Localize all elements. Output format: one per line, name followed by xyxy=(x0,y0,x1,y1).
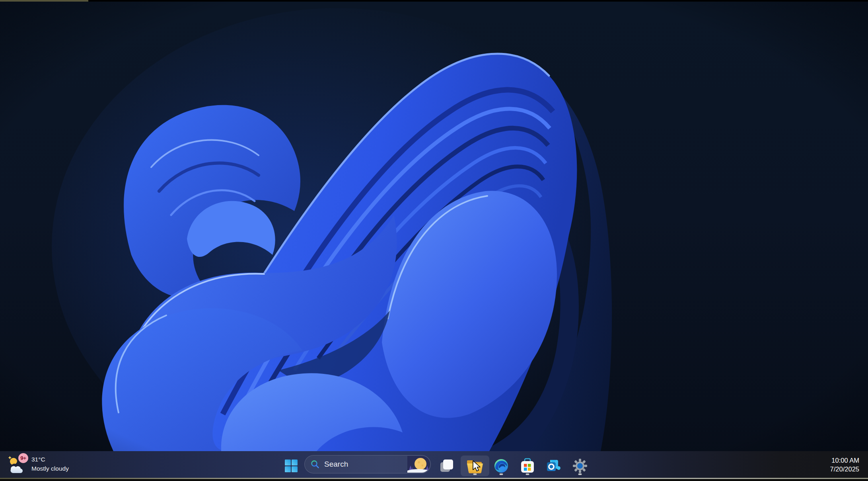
taskbar-app-file-explorer[interactable] xyxy=(461,456,489,476)
tray-time: 10:00 AM xyxy=(831,456,859,465)
weather-alert-badge: 9+ xyxy=(18,453,28,463)
tray-date: 7/20/2025 xyxy=(830,465,859,473)
outlook-icon xyxy=(545,458,561,473)
magnifier-icon xyxy=(310,459,320,469)
weather-temperature: 31°C xyxy=(31,456,45,463)
search-box[interactable]: Search xyxy=(304,455,431,473)
weather-widget-button[interactable]: 9+ 31°C Mostly cloudy xyxy=(3,453,95,477)
windows-logo-icon xyxy=(284,459,298,473)
weather-condition: Mostly cloudy xyxy=(31,465,69,472)
wallpaper-bloom-image xyxy=(0,0,868,481)
taskbar-app-outlook[interactable] xyxy=(541,456,566,476)
edge-icon xyxy=(494,458,509,473)
start-button[interactable] xyxy=(281,456,302,476)
clock-tray-button[interactable]: 10:00 AM 7/20/2025 xyxy=(818,454,859,475)
running-indicator xyxy=(473,473,477,475)
taskbar-app-task-view[interactable] xyxy=(434,456,459,476)
running-indicator xyxy=(500,473,503,475)
taskbar-app-edge[interactable] xyxy=(488,456,514,476)
desktop[interactable]: 9+ 31°C Mostly cloudy xyxy=(0,0,868,481)
top-edge-artifact xyxy=(0,0,868,2)
running-indicator xyxy=(526,473,529,475)
task-view-icon xyxy=(439,458,454,473)
mouse-cursor xyxy=(472,460,481,472)
settings-gear-icon xyxy=(572,458,588,473)
taskbar-app-settings[interactable] xyxy=(567,456,593,476)
running-indicator xyxy=(578,473,582,475)
taskbar: 9+ 31°C Mostly cloudy xyxy=(0,451,868,478)
bing-daily-image xyxy=(407,456,430,473)
bottom-edge-dark-strip xyxy=(0,479,868,481)
store-icon xyxy=(520,458,535,474)
taskbar-app-store[interactable] xyxy=(515,456,540,476)
